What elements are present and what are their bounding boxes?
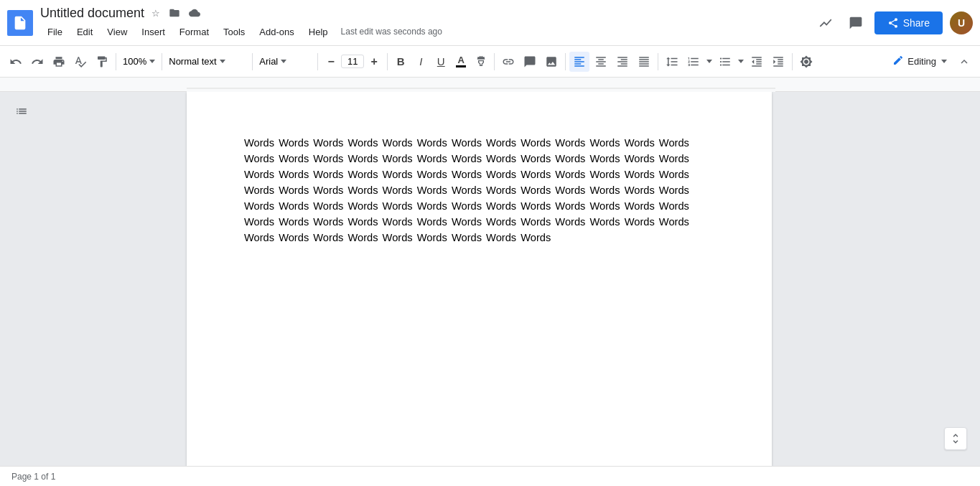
editing-label: Editing [907,56,936,67]
print-button[interactable] [49,52,69,72]
menu-insert[interactable]: Insert [134,24,172,40]
style-value: Normal text [169,56,216,67]
font-chevron [281,60,286,63]
menu-help[interactable]: Help [302,24,335,40]
align-right-button[interactable] [612,52,633,72]
share-label: Share [903,17,930,29]
user-avatar[interactable]: U [950,11,973,34]
zoom-value: 100% [123,56,146,67]
separator-7 [565,53,566,70]
cloud-status-button[interactable] [187,6,202,20]
justify-button[interactable] [634,52,654,72]
app-icon[interactable] [7,10,33,36]
insert-image-button[interactable] [541,52,561,72]
separator-5 [387,53,388,70]
menu-view[interactable]: View [100,24,134,40]
menu-bar: File Edit View Insert Format Tools Add-o… [40,24,807,40]
menu-tools[interactable]: Tools [216,24,252,40]
separator-4 [317,53,318,70]
doc-area: Words Words Words Words Words Words Word… [0,92,980,466]
outline-button[interactable] [11,103,32,123]
title-section: Untitled document ☆ File Edit View Inser… [40,6,807,40]
doc-title[interactable]: Untitled document [40,6,144,21]
page-container[interactable]: Words Words Words Words Words Words Word… [187,92,772,466]
expand-toolbar-button[interactable] [954,52,974,72]
font-select-wrapper[interactable]: Arial [256,55,314,68]
share-button[interactable]: Share [874,11,943,34]
highlight-button[interactable] [472,52,490,72]
menu-edit[interactable]: Edit [70,24,100,40]
separator-9 [792,53,793,70]
align-center-button[interactable] [591,52,611,72]
doc-title-row: Untitled document ☆ [40,6,807,21]
link-button[interactable] [498,52,518,72]
bullet-list-button[interactable] [715,52,735,72]
bullet-list-chevron [738,60,744,63]
clear-formatting-button[interactable] [796,52,816,72]
style-chevron [220,60,225,63]
decrease-indent-button[interactable] [747,52,767,72]
menu-format[interactable]: Format [172,24,216,40]
editing-pencil-icon [892,55,904,68]
increase-indent-button[interactable] [768,52,788,72]
comments-icon[interactable] [844,11,867,34]
font-size-input[interactable]: 11 [341,55,364,68]
analytics-icon[interactable] [814,11,837,34]
last-edit-status: Last edit was seconds ago [341,27,442,37]
bold-button[interactable]: B [391,52,410,72]
expand-nav-button[interactable] [944,427,967,450]
undo-button[interactable] [6,52,26,72]
separator-3 [252,53,253,70]
line-spacing-button[interactable] [662,52,682,72]
spellcheck-button[interactable] [70,52,90,72]
decrease-font-size-button[interactable]: − [322,52,340,72]
ruler-bar [0,78,980,92]
editing-chevron [941,60,947,63]
increase-font-size-button[interactable]: + [365,52,383,72]
separator-8 [658,53,658,70]
right-controls: Share U [814,11,973,34]
page-count: Page 1 of 1 [11,472,55,482]
separator-6 [494,53,495,70]
style-select-wrapper[interactable]: Normal text [166,55,248,68]
paint-format-button[interactable] [92,52,112,72]
star-button[interactable]: ☆ [150,6,162,20]
menu-addons[interactable]: Add-ons [252,24,301,40]
font-color-button[interactable]: A [452,52,470,72]
editing-mode-button[interactable]: Editing [887,52,953,71]
zoom-chevron [149,60,155,63]
redo-button[interactable] [27,52,47,72]
separator-2 [162,53,162,70]
move-to-folder-button[interactable] [167,6,182,20]
left-margin [0,92,187,466]
font-color-indicator [456,65,466,67]
toolbar: 100% Normal text Arial − 11 + B I U A [0,46,980,78]
numbered-list-chevron [706,60,712,63]
underline-button[interactable]: U [431,52,450,72]
title-bar: Untitled document ☆ File Edit View Inser… [0,0,980,46]
menu-file[interactable]: File [40,24,70,40]
font-size-group: − 11 + [322,52,383,72]
font-value: Arial [259,56,278,67]
add-comment-button[interactable] [520,52,540,72]
svg-rect-0 [187,78,775,92]
right-margin [772,92,980,466]
doc-content[interactable]: Words Words Words Words Words Words Word… [244,135,714,246]
zoom-select-wrapper[interactable]: 100% [120,55,158,68]
bottom-bar: Page 1 of 1 [0,466,980,486]
align-left-button[interactable] [569,52,589,72]
numbered-list-button[interactable] [683,52,704,72]
separator-1 [116,53,116,70]
doc-paragraph[interactable]: Words Words Words Words Words Words Word… [244,135,714,246]
italic-button[interactable]: I [411,52,430,72]
